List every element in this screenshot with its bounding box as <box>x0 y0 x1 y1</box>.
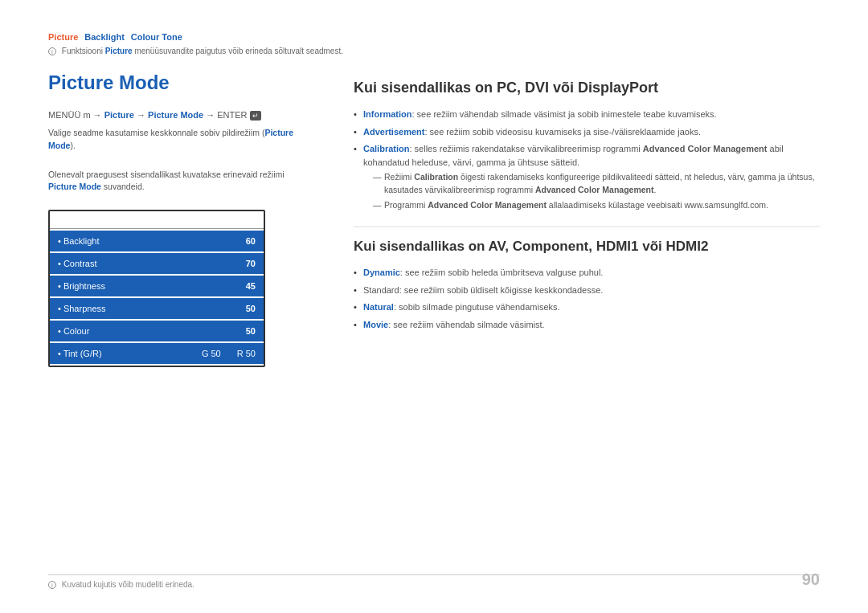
left-column: Picture Mode MENÜÜ m → Picture → Picture… <box>48 72 313 367</box>
contrast-label: • Contrast <box>58 259 96 268</box>
list-item: Natural: sobib silmade pingutuse vähenda… <box>354 300 820 314</box>
picturemode-highlight-1: Picture Mode <box>48 128 293 150</box>
backlight-value: 60 <box>246 236 256 246</box>
footer-note-icon: i <box>48 581 56 589</box>
term-calibration-text: : selles režiimis rakendatakse värvikali… <box>363 144 784 167</box>
menu-item-contrast[interactable]: • Contrast 70 <box>50 253 264 274</box>
breadcrumb-item-backlight: Backlight <box>84 32 125 42</box>
footer-note: i Kuvatud kujutis võib mudeliti erineda. <box>48 580 820 589</box>
menu-item-brightness[interactable]: • Brightness 45 <box>50 276 264 296</box>
term-natural: Natural <box>363 302 394 312</box>
menu-item-sharpness[interactable]: • Sharpness 50 <box>50 298 264 319</box>
list-item: Calibration: selles režiimis rakendataks… <box>354 142 820 211</box>
bullet-list-1: Information: see režiim vähendab silmade… <box>354 108 820 211</box>
tint-label: • Tint (G/R) <box>58 349 102 358</box>
menu-item-colour[interactable]: • Colour 50 <box>50 321 264 341</box>
sub-list: Režiimi Calibration õigesti rakendamisek… <box>363 171 820 211</box>
term-information-text: : see režiim vähendab silmade väsimist j… <box>412 109 717 119</box>
term-standard: Standard <box>363 285 399 295</box>
page-number: 90 <box>802 570 820 589</box>
menu-item-backlight[interactable]: • Backlight 60 <box>50 231 264 251</box>
breadcrumb-note: i Funktsiooni Picture menüüsuvandite pai… <box>48 47 820 55</box>
picture-box-header <box>50 211 264 229</box>
section-heading-2: Kui sisendallikas on AV, Component, HDMI… <box>354 226 820 255</box>
list-item: Information: see režiim vähendab silmade… <box>354 108 820 121</box>
list-item: Standard: see režiim sobib üldiselt kõig… <box>354 284 820 297</box>
term-advertisement: Advertisement <box>363 127 424 137</box>
desc-text-2: Olenevalt praegusest sisendallikast kuva… <box>48 169 313 194</box>
term-information: Information <box>363 109 412 119</box>
main-content: Picture Mode MENÜÜ m → Picture → Picture… <box>48 72 820 367</box>
brightness-value: 45 <box>246 281 256 291</box>
menu-item-tint[interactable]: • Tint (G/R) G 50 R 50 <box>50 343 264 364</box>
tint-r-value: R 50 <box>237 349 256 358</box>
term-movie-text: : see režiim vähendab silmade väsimist. <box>388 320 544 329</box>
term-dynamic-text: : see režiim sobib heleda ümbritseva val… <box>400 268 604 277</box>
menu-path-picturemode: Picture Mode <box>148 110 203 120</box>
term-advertisement-text: : see režiim sobib videosisu kuvamiseks … <box>424 127 701 137</box>
note-icon: i <box>48 47 56 55</box>
page-container: Picture Backlight Colour Tone i Funktsio… <box>0 0 868 613</box>
brightness-label: • Brightness <box>58 281 105 291</box>
section-heading-1: Kui sisendallikas on PC, DVI või Display… <box>354 80 820 96</box>
colour-label: • Colour <box>58 326 89 336</box>
footer-note-text: Kuvatud kujutis võib mudeliti erineda. <box>62 580 194 589</box>
footer-divider <box>48 574 820 575</box>
sub-list-item: Programmi Advanced Color Management alla… <box>373 199 820 212</box>
breadcrumb-item-colourtone: Colour Tone <box>131 32 182 42</box>
breadcrumb: Picture Backlight Colour Tone <box>48 32 820 42</box>
term-movie: Movie <box>363 320 388 329</box>
footer: i Kuvatud kujutis võib mudeliti erineda. <box>48 574 820 589</box>
bullet-list-2: Dynamic: see režiim sobib heleda ümbrits… <box>354 266 820 331</box>
menu-path-picture: Picture <box>104 110 134 120</box>
picture-box: • Backlight 60 • Contrast 70 • Brightnes… <box>48 210 265 367</box>
right-column: Kui sisendallikas on PC, DVI või Display… <box>354 72 820 367</box>
desc-text-1: Valige seadme kasutamise keskkonnale sob… <box>48 127 313 153</box>
tint-values: G 50 R 50 <box>202 349 256 358</box>
sub-list-item: Režiimi Calibration õigesti rakendamisek… <box>373 171 820 197</box>
picturemode-highlight-2: Picture Mode <box>48 182 101 191</box>
backlight-label: • Backlight <box>58 236 100 246</box>
term-dynamic: Dynamic <box>363 268 400 277</box>
term-standard-text: : see režiim sobib üldiselt kõigisse kes… <box>399 285 604 295</box>
enter-icon: ↵ <box>250 111 261 121</box>
breadcrumb-item-picture: Picture <box>48 32 78 42</box>
section-title: Picture Mode <box>48 72 313 94</box>
contrast-value: 70 <box>246 259 256 268</box>
tint-g-value: G 50 <box>202 349 221 358</box>
term-calibration: Calibration <box>363 144 409 153</box>
sharpness-value: 50 <box>246 304 256 313</box>
sharpness-label: • Sharpness <box>58 304 106 313</box>
list-item: Advertisement: see režiim sobib videosis… <box>354 125 820 139</box>
menu-path: MENÜÜ m → Picture → Picture Mode → ENTER… <box>48 110 313 121</box>
breadcrumb-highlight: Picture <box>105 47 133 55</box>
term-natural-text: : sobib silmade pingutuse vähendamiseks. <box>394 302 560 312</box>
colour-value: 50 <box>246 326 256 336</box>
list-item: Dynamic: see režiim sobib heleda ümbrits… <box>354 266 820 280</box>
list-item: Movie: see režiim vähendab silmade väsim… <box>354 318 820 332</box>
